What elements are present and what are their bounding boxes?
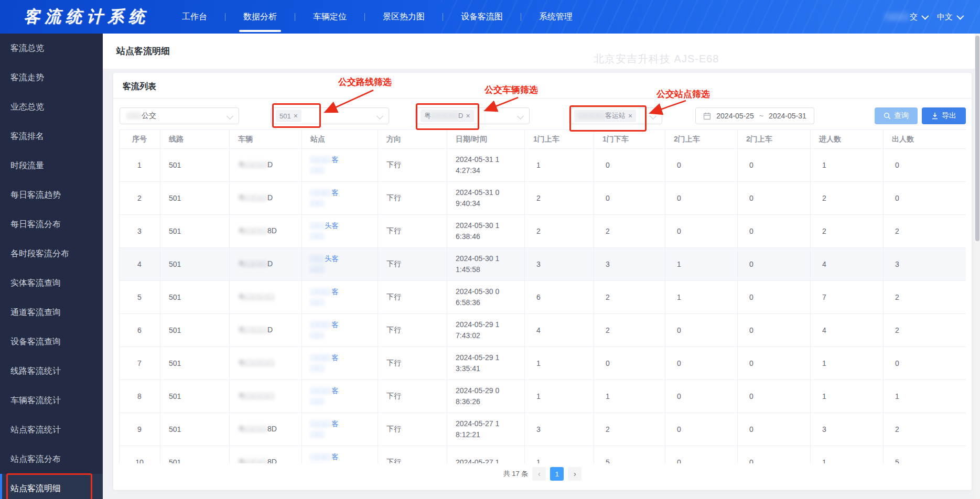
cell-vehicle: 粤口口口8D: [230, 446, 302, 464]
date-range-picker[interactable]: 2024-05-25 ~ 2024-05-31: [695, 107, 814, 124]
cell-datetime: 2024-05-29 13:35:41: [447, 347, 525, 380]
pagination-prev-button[interactable]: ‹: [532, 467, 546, 481]
cell-num-5: 4: [811, 248, 884, 281]
route-select[interactable]: 501 ×: [271, 107, 389, 124]
cell-num-2: 2: [594, 281, 665, 314]
sidebar-item-business-overview[interactable]: 业态总览: [0, 92, 103, 122]
cell-seq: 5: [120, 281, 160, 314]
cell-num-4: 0: [738, 182, 811, 215]
date-start[interactable]: 2024-05-25: [716, 112, 754, 120]
table-row[interactable]: 5501粤口口口口口口口客口口下行2024-05-30 06:58:366210…: [120, 281, 966, 314]
cell-station: 口口口客口口: [302, 347, 378, 380]
sidebar-item-flow-trend[interactable]: 客流走势: [0, 63, 103, 92]
company-select[interactable]: 口口公交: [120, 107, 239, 124]
sidebar-item-vehicle-flow-stats[interactable]: 车辆客流统计: [0, 386, 103, 415]
close-icon[interactable]: ×: [466, 112, 470, 120]
vertical-scrollbar[interactable]: [975, 34, 980, 499]
station-tag[interactable]: 口口口口客运站 ×: [574, 110, 636, 122]
table-row[interactable]: 7501粤口口口口口口口客口口下行2024-05-29 13:35:411000…: [120, 347, 966, 380]
cell-direction: 下行: [378, 281, 447, 314]
sidebar-item-channel-flow-query[interactable]: 通道客流查询: [0, 298, 103, 327]
cell-num-2: 0: [594, 347, 665, 380]
sidebar-item-flow-overview[interactable]: 客流总览: [0, 34, 103, 63]
station-select[interactable]: 口口口口客运站 ×: [569, 107, 662, 124]
cell-vehicle: 粤口口口8D: [230, 215, 302, 248]
sidebar-item-daily-flow-distribution[interactable]: 每日客流分布: [0, 210, 103, 239]
close-icon[interactable]: ×: [294, 112, 298, 120]
cell-datetime: 2024-05-29 08:36:26: [447, 380, 525, 413]
cell-num-1: 1: [525, 347, 594, 380]
vehicle-select[interactable]: 粤口口口口D ×: [415, 107, 530, 124]
cell-datetime: 2024-05-31 09:40:34: [447, 182, 525, 215]
sidebar-item-flow-ranking[interactable]: 客流排名: [0, 122, 103, 151]
pagination-page-1[interactable]: 1: [550, 467, 564, 481]
cell-num-4: 0: [738, 446, 811, 464]
cell-num-6: 2: [884, 215, 966, 248]
sidebar-item-route-flow-stats[interactable]: 线路客流统计: [0, 356, 103, 386]
cell-datetime: 2024-05-30 11:45:58: [447, 248, 525, 281]
export-button[interactable]: 导出: [922, 107, 966, 124]
cell-num-5: 7: [811, 281, 884, 314]
table-row[interactable]: 2501粤口口口D口口口客口口下行2024-05-31 09:40:342000…: [120, 182, 966, 215]
flow-list-card: 客流列表 口口公交 501 × 粤口口口口D × 口口口口客运站 ×: [113, 73, 972, 490]
language-switcher[interactable]: 中文: [937, 12, 962, 22]
cell-num-6: 2: [884, 314, 966, 347]
cell-num-6: 2: [884, 281, 966, 314]
vehicle-tag[interactable]: 粤口口口口D ×: [421, 110, 474, 122]
column-header-10: 进人数: [811, 130, 884, 149]
scrollbar-thumb[interactable]: [975, 36, 979, 241]
close-icon[interactable]: ×: [628, 112, 632, 120]
table-row[interactable]: 3501粤口口口8D口口头客口口下行2024-05-30 16:38:46220…: [120, 215, 966, 248]
cell-vehicle: 粤口口口口: [230, 347, 302, 380]
date-end[interactable]: 2024-05-31: [769, 112, 806, 120]
cell-num-2: 0: [594, 182, 665, 215]
table-row[interactable]: 1501粤口口口D口口口客口口下行2024-05-31 14:27:341000…: [120, 149, 966, 182]
nav-workbench[interactable]: 工作台: [164, 0, 225, 34]
nav-scenic-heatmap[interactable]: 景区热力图: [365, 0, 443, 34]
table-row[interactable]: 8501粤口口口口口口口客口口下行2024-05-29 08:36:261100…: [120, 380, 966, 413]
nav-vehicle-location[interactable]: 车辆定位: [295, 0, 364, 34]
cell-line: 501: [160, 215, 230, 248]
sidebar-item-device-flow-query[interactable]: 设备客流查询: [0, 327, 103, 356]
cell-direction: 下行: [378, 182, 447, 215]
table-row[interactable]: 10501粤口口口8D口口口客口口下行2024-05-27 1150015: [120, 446, 966, 464]
cell-num-4: 0: [738, 149, 811, 182]
sidebar-item-station-flow-stats[interactable]: 站点客流统计: [0, 415, 103, 444]
table-header-row: 序号线路车辆站点方向日期/时间1门上车1门下车2门上车2门上车进人数出人数: [120, 130, 966, 149]
sidebar-item-station-flow-distribution[interactable]: 站点客流分布: [0, 444, 103, 474]
query-label: 查询: [894, 111, 909, 121]
cell-line: 501: [160, 413, 230, 446]
table-row[interactable]: 4501粤口口口D口口头客口口下行2024-05-30 11:45:583310…: [120, 248, 966, 281]
sidebar-item-daily-flow-trend[interactable]: 每日客流趋势: [0, 180, 103, 210]
user-menu[interactable]: 口口口交: [885, 12, 927, 22]
annotation-route-label: 公交路线筛选: [338, 76, 392, 88]
cell-station: 口口口客口口: [302, 446, 378, 464]
topbar-right: 口口口交 中文: [885, 0, 962, 34]
cell-station: 口口口客口口: [302, 149, 378, 182]
table-row[interactable]: 9501粤口口口8D口口口客口口下行2024-05-27 18:12:21320…: [120, 413, 966, 446]
sidebar-item-period-flow[interactable]: 时段流量: [0, 151, 103, 180]
query-button[interactable]: 查询: [875, 107, 918, 124]
sidebar-item-entity-flow-query[interactable]: 实体客流查询: [0, 268, 103, 298]
nav-device-flow-map[interactable]: 设备客流图: [443, 0, 521, 34]
station-tag-label: 口口口口客运站: [578, 111, 626, 121]
pagination-next-button[interactable]: ›: [568, 467, 581, 481]
cell-num-6: 5: [884, 446, 966, 464]
cell-seq: 3: [120, 215, 160, 248]
sidebar-item-period-flow-distribution[interactable]: 各时段客流分布: [0, 239, 103, 268]
flow-table: 序号线路车辆站点方向日期/时间1门上车1门下车2门上车2门上车进人数出人数 15…: [119, 129, 966, 463]
sidebar-item-station-flow-detail[interactable]: 站点客流明细: [0, 474, 103, 499]
cell-num-4: 0: [738, 413, 811, 446]
cell-line: 501: [160, 248, 230, 281]
nav-system-management[interactable]: 系统管理: [521, 0, 590, 34]
nav-data-analysis[interactable]: 数据分析: [225, 0, 295, 34]
column-header-11: 出人数: [884, 130, 966, 149]
route-tag[interactable]: 501 ×: [276, 110, 301, 122]
table-row[interactable]: 6501粤口口口D口口口客口口下行2024-05-29 17:43:024200…: [120, 314, 966, 347]
date-separator: ~: [759, 112, 763, 120]
cell-num-3: 0: [665, 380, 738, 413]
annotation-vehicle-label: 公交车辆筛选: [484, 84, 538, 96]
cell-line: 501: [160, 182, 230, 215]
cell-num-5: 1: [811, 149, 884, 182]
cell-num-3: 0: [665, 215, 738, 248]
